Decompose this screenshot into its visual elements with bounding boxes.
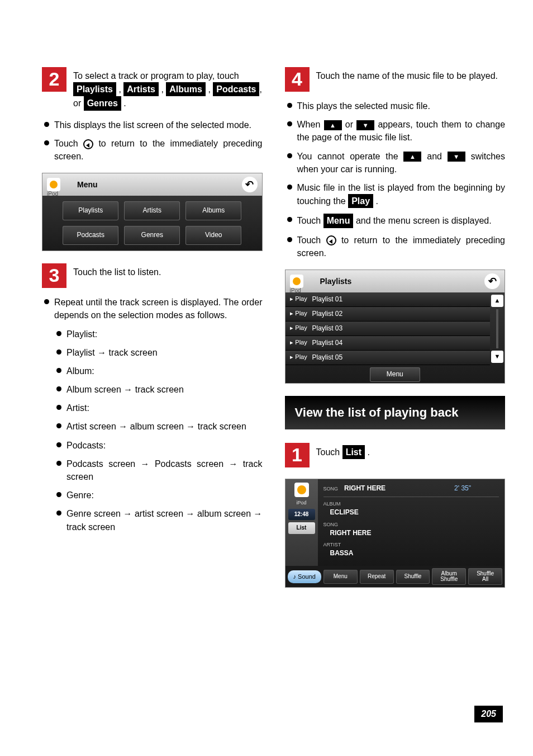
playlist-row[interactable]: PlayPlaylist 04 xyxy=(285,336,491,351)
menu-screenshot: iPod Menu Playlists Artists Albums Podca… xyxy=(42,173,263,251)
albums-button[interactable]: Albums xyxy=(185,201,241,220)
txt: or xyxy=(345,120,356,129)
sound-button[interactable]: ♪ Sound xyxy=(288,570,321,584)
artist-label: ARTIST xyxy=(323,541,499,549)
right-column: 4 Touch the name of the music file to be… xyxy=(285,67,506,588)
step-number-4: 4 xyxy=(285,67,310,92)
bullet: This plays the selected music file. xyxy=(285,100,506,112)
sep: , xyxy=(206,84,213,94)
playlist-row[interactable]: PlayPlaylist 01 xyxy=(285,292,491,307)
time-chip: 12:48 xyxy=(288,509,315,521)
mode-line: Album: xyxy=(54,365,263,377)
list-button[interactable]: List xyxy=(288,522,315,534)
bullet: Touch Menu and the menu screen is displa… xyxy=(285,214,506,228)
mode-line: Album screen → track screen xyxy=(54,383,263,396)
txt: Touch xyxy=(297,235,326,245)
playlist-name[interactable]: Playlist 05 xyxy=(312,353,491,362)
album-value: ECLIPSE xyxy=(323,508,499,517)
ipod-label: iPod xyxy=(290,287,301,295)
step-4: 4 Touch the name of the music file to be… xyxy=(285,67,506,92)
playlist-name[interactable]: Playlist 02 xyxy=(312,309,491,319)
play-cell[interactable]: Play xyxy=(285,295,312,304)
bullet: Repeat until the track screen is display… xyxy=(42,296,263,533)
down-icon xyxy=(448,152,465,162)
genres-button[interactable]: Genres xyxy=(124,226,180,245)
step-number-2: 2 xyxy=(42,67,66,92)
txt: Touch xyxy=(297,216,323,225)
back-icon[interactable] xyxy=(242,177,258,192)
repeat-button[interactable]: Repeat xyxy=(360,570,394,584)
txt: . xyxy=(368,447,370,457)
txt: Music file in the list is played from th… xyxy=(297,183,506,206)
playlist-name[interactable]: Playlist 04 xyxy=(312,338,491,348)
txt: and the menu screen is displayed. xyxy=(356,216,492,225)
list-chip: List xyxy=(342,445,365,459)
song-label-2: SONG xyxy=(323,521,499,528)
step-3-text: Touch the list to listen. xyxy=(73,263,263,278)
scroll-down-button[interactable]: ▼ xyxy=(491,351,503,363)
txt: When xyxy=(297,120,324,129)
mode-line: Podcasts: xyxy=(54,439,263,452)
ipod-icon xyxy=(290,275,303,288)
song-value: RIGHT HERE xyxy=(344,484,386,492)
playlist-name[interactable]: Playlist 03 xyxy=(312,324,491,333)
play-cell[interactable]: Play xyxy=(285,353,312,362)
scroll-up-button[interactable]: ▲ xyxy=(491,295,503,307)
video-button[interactable]: Video xyxy=(185,226,241,245)
bullet: You cannot operate the and switches when… xyxy=(285,150,506,176)
sep: , xyxy=(116,84,123,94)
album-shuffle-button[interactable]: Album Shuffle xyxy=(432,568,466,585)
bullet: This displays the list screen of the sel… xyxy=(42,119,263,131)
txt: Repeat until the track screen is display… xyxy=(54,297,263,320)
mode-line: Artist screen → album screen → track scr… xyxy=(54,420,263,433)
back-icon[interactable] xyxy=(484,273,500,289)
bullet: Touch to return to the immediately prece… xyxy=(285,234,506,259)
playlist-row[interactable]: PlayPlaylist 05 xyxy=(285,351,491,365)
playlists-chip: Playlists xyxy=(73,82,116,96)
step-3: 3 Touch the list to listen. xyxy=(42,263,263,288)
playlists-button[interactable]: Playlists xyxy=(63,201,118,220)
play-cell[interactable]: Play xyxy=(285,338,312,347)
playlist-row[interactable]: PlayPlaylist 03 xyxy=(285,322,491,336)
txt: Touch xyxy=(54,139,83,148)
play-cell[interactable]: Play xyxy=(285,309,312,318)
down-icon xyxy=(356,120,374,130)
shuffle-button[interactable]: Shuffle xyxy=(396,570,430,584)
left-column: 2 To select a track or program to play, … xyxy=(42,67,263,588)
step-number-1: 1 xyxy=(285,443,310,467)
txt: and xyxy=(427,152,448,161)
step-2-text: To select a track or program to play, to… xyxy=(73,67,263,111)
txt: You cannot operate the xyxy=(297,152,404,161)
album-label: ALBUM xyxy=(323,500,499,508)
mode-line: Genre screen → artist screen → album scr… xyxy=(54,507,263,533)
sep: , xyxy=(159,84,166,94)
menu-chip: Menu xyxy=(323,214,354,228)
ipod-label: iPod xyxy=(47,190,58,199)
bullet: Touch to return to the immediately prece… xyxy=(42,137,263,163)
artists-button[interactable]: Artists xyxy=(124,201,180,220)
now-playing-screenshot: iPod 12:48 List SONG RIGHT HERE 2' 35" xyxy=(285,479,506,588)
playlist-row[interactable]: PlayPlaylist 02 xyxy=(285,307,491,322)
section-header: View the list of playing back xyxy=(285,396,506,429)
screenshot-title: Menu xyxy=(77,179,98,190)
song-label: SONG xyxy=(323,486,339,492)
step-2: 2 To select a track or program to play, … xyxy=(42,67,263,111)
ipod-icon xyxy=(47,178,60,191)
return-icon xyxy=(326,235,336,245)
menu-button[interactable]: Menu xyxy=(323,570,358,584)
play-cell[interactable]: Play xyxy=(285,324,312,333)
mode-line: Playlist: xyxy=(54,328,263,341)
podcasts-button[interactable]: Podcasts xyxy=(63,226,118,245)
step-4-text: Touch the name of the music file to be p… xyxy=(316,67,506,82)
bullet: Music file in the list is played from th… xyxy=(285,181,506,208)
playlist-name[interactable]: Playlist 01 xyxy=(312,295,491,304)
ipod-label: iPod xyxy=(296,499,306,507)
sep: . xyxy=(121,98,126,108)
menu-button[interactable]: Menu xyxy=(370,367,420,382)
screenshot-title: Playlists xyxy=(320,276,352,287)
up-icon xyxy=(324,120,342,130)
play-chip: Play xyxy=(348,194,373,208)
shuffle-all-button[interactable]: Shuffle All xyxy=(468,568,502,585)
bullet: When or appears, touch them to change th… xyxy=(285,118,506,144)
mode-line: Playlist → track screen xyxy=(54,346,263,359)
